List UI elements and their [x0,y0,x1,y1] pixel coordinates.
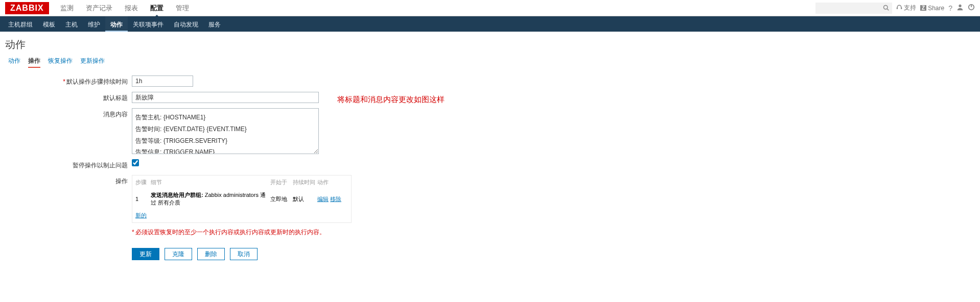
ops-step-num: 1 [135,196,151,202]
duration-label: *默认操作步骤持续时间 [10,76,132,86]
ops-remove-link[interactable]: 移除 [330,196,341,202]
top-nav: 监测 资产记录 报表 配置 管理 [54,0,195,17]
message-textarea[interactable] [132,108,319,154]
update-button[interactable]: 更新 [132,248,159,260]
tab-recovery[interactable]: 恢复操作 [48,57,73,68]
title-label: 默认标题 [10,92,132,103]
cancel-button[interactable]: 取消 [230,248,258,260]
table-row: 1 发送消息给用户群组: Zabbix administrators 通过 所有… [132,189,351,209]
delete-button[interactable]: 删除 [197,248,225,260]
subnav-templates[interactable]: 模板 [38,16,60,32]
title-input[interactable] [132,92,319,103]
topnav-inventory[interactable]: 资产记录 [80,0,119,17]
ops-head-detail: 细节 [151,179,270,186]
search-icon[interactable] [883,5,889,12]
clone-button[interactable]: 克隆 [165,248,192,260]
page-title: 动作 [5,38,975,52]
ops-head-duration: 持续时间 [293,179,317,186]
share-label: Share [928,5,944,12]
support-link[interactable]: 支持 [896,4,916,12]
page-tabs: 动作 操作 恢复操作 更新操作 [5,57,975,68]
subnav-maintenance[interactable]: 维护 [83,16,105,32]
headset-icon [896,4,902,12]
ops-detail: 发送消息给用户群组: Zabbix administrators 通过 所有介质 [151,191,270,207]
ops-edit-link[interactable]: 编辑 [317,196,329,202]
subnav-hostgroups[interactable]: 主机群组 [3,16,38,32]
ops-head-start: 开始于 [270,179,293,186]
pause-label: 暂停操作以制止问题 [10,159,132,170]
tab-action[interactable]: 动作 [8,57,20,68]
subnav-actions[interactable]: 动作 [105,16,128,32]
operations-label: 操作 [10,175,132,186]
ops-head-step: 步骤 [135,179,151,186]
subnav-correlation[interactable]: 关联项事件 [128,16,169,32]
tab-update[interactable]: 更新操作 [80,57,105,68]
ops-start: 立即地 [270,195,293,203]
user-icon[interactable] [956,4,964,12]
svg-rect-3 [901,8,902,9]
topnav-monitor[interactable]: 监测 [54,0,80,17]
ops-duration: 默认 [293,195,317,203]
subnav-services[interactable]: 服务 [203,16,226,32]
svg-line-1 [887,9,889,10]
subnav-hosts[interactable]: 主机 [60,16,83,32]
logo: ZABBIX [5,2,49,14]
topnav-config[interactable]: 配置 [144,0,170,17]
subnav-discovery[interactable]: 自动发现 [169,16,203,32]
pause-checkbox[interactable] [132,159,139,166]
tab-operations[interactable]: 操作 [28,57,40,68]
message-label: 消息内容 [10,108,132,119]
help-icon[interactable]: ? [948,4,952,12]
sub-nav: 主机群组 模板 主机 维护 动作 关联项事件 自动发现 服务 [0,16,980,32]
support-label: 支持 [904,4,916,12]
svg-point-4 [959,5,961,7]
operations-table: 步骤 细节 开始于 持续时间 动作 1 发送消息给用户群组: Zabbix ad… [132,175,352,223]
required-note: *必须设置恢复时的至少一个执行内容或执行内容或更新时的执行内容。 [132,228,325,237]
svg-rect-2 [897,8,898,9]
topnav-reports[interactable]: 报表 [119,0,144,17]
annotation-text: 将标题和消息内容更改如图这样 [337,95,445,105]
search-input[interactable] [815,3,892,14]
ops-head-action: 动作 [317,179,348,186]
ops-new-link[interactable]: 新的 [135,212,147,218]
duration-input[interactable] [132,76,193,87]
share-badge: Z [920,5,926,11]
logout-icon[interactable] [968,4,975,12]
topnav-admin[interactable]: 管理 [170,0,195,17]
share-link[interactable]: Z Share [920,5,944,12]
svg-point-0 [884,5,888,9]
